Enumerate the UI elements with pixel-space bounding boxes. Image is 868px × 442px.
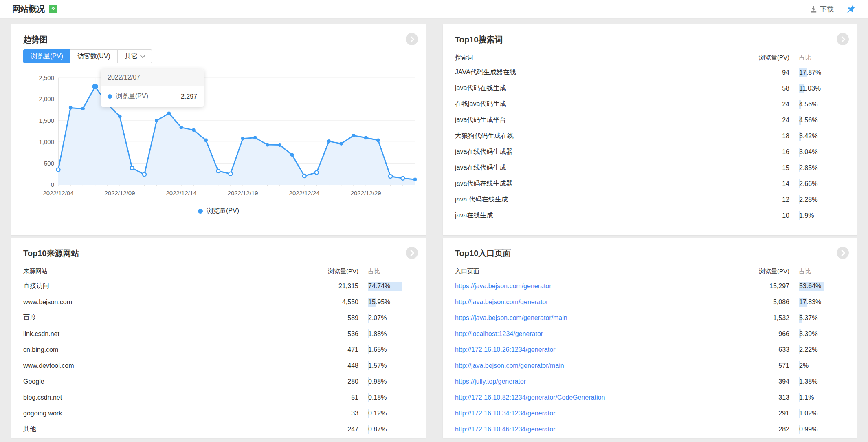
- row-pv: 247: [297, 426, 358, 433]
- data-point[interactable]: [143, 172, 146, 176]
- row-pct: 1.65%: [368, 345, 414, 355]
- col-name-header: 搜索词: [455, 54, 728, 62]
- entry-link[interactable]: https://java.bejson.com/generator/main: [455, 314, 728, 322]
- data-point[interactable]: [204, 139, 208, 142]
- entry-link[interactable]: http://java.bejson.com/generator/main: [455, 362, 728, 369]
- row-name: 在线java代码生成: [455, 100, 728, 108]
- download-button[interactable]: 下载: [810, 4, 834, 14]
- data-point[interactable]: [327, 139, 331, 143]
- col-pct-header: 占比: [799, 267, 845, 275]
- data-point[interactable]: [253, 136, 257, 139]
- data-point[interactable]: [389, 175, 392, 178]
- data-point[interactable]: [229, 172, 232, 176]
- entry-link[interactable]: http://172.16.10.26:1234/generator: [455, 346, 728, 354]
- trend-chart-svg[interactable]: 05001,0001,5002,0002,5002022/12/042022/1…: [19, 73, 422, 199]
- trend-more-button[interactable]: [406, 33, 418, 45]
- data-point[interactable]: [278, 143, 281, 147]
- row-name: java在线代码生成器: [455, 148, 728, 156]
- data-point[interactable]: [167, 112, 171, 115]
- trend-tab-other[interactable]: 其它: [117, 49, 152, 63]
- row-name: 其他: [23, 425, 297, 433]
- entry-link[interactable]: http://localhost:1234/generator: [455, 330, 728, 338]
- data-point[interactable]: [303, 174, 306, 178]
- data-point[interactable]: [155, 119, 158, 122]
- pct-text: 0.12%: [368, 410, 387, 417]
- table-header: 搜索词浏览量(PV)占比: [455, 51, 845, 64]
- data-point[interactable]: [69, 106, 73, 110]
- row-pct: 17.83%: [799, 297, 845, 307]
- data-point[interactable]: [241, 137, 245, 140]
- trend-tab-uv[interactable]: 访客数(UV): [70, 49, 118, 63]
- table-row: blog.csdn.net510.18%: [23, 389, 414, 405]
- entry-link[interactable]: https://java.bejson.com/generator: [455, 283, 728, 290]
- chart-legend[interactable]: 浏览量(PV): [11, 207, 426, 215]
- entry-more-button[interactable]: [837, 247, 849, 259]
- data-point[interactable]: [118, 115, 122, 118]
- data-point[interactable]: [266, 143, 269, 147]
- data-point[interactable]: [364, 136, 368, 139]
- entry-link[interactable]: http://172.16.10.46:1234/generator: [455, 426, 728, 433]
- data-point[interactable]: [92, 84, 98, 89]
- tooltip-value: 2,297: [181, 93, 197, 100]
- row-pv: 51: [297, 394, 358, 401]
- table-row: java在线生成101.9%: [455, 208, 845, 223]
- row-pv: 21,315: [297, 283, 358, 290]
- pct-text: 53.64%: [799, 283, 821, 290]
- data-point[interactable]: [376, 139, 380, 142]
- row-name: 直接访问: [23, 282, 297, 290]
- row-name: www.devtool.com: [23, 362, 297, 369]
- table-row: http://localhost:1234/generator9663.39%: [455, 326, 845, 342]
- pct-text: 2.28%: [799, 196, 817, 203]
- row-name: gogoing.work: [23, 410, 297, 417]
- source-more-button[interactable]: [406, 247, 418, 259]
- data-point[interactable]: [216, 169, 220, 173]
- row-pv: 448: [297, 362, 358, 369]
- pct-text: 1.38%: [799, 378, 817, 385]
- data-point[interactable]: [352, 134, 355, 137]
- help-icon[interactable]: ?: [49, 5, 57, 13]
- row-pct: 4.56%: [799, 99, 845, 109]
- row-name: java代码在线生成器: [455, 179, 728, 188]
- row-pv: 33: [297, 410, 358, 417]
- pct-text: 3.42%: [799, 133, 817, 139]
- data-point[interactable]: [81, 107, 85, 110]
- chevron-down-icon: [140, 53, 145, 58]
- table-row: 大狼狗代码生成在线183.42%: [455, 128, 845, 144]
- row-pv: 394: [728, 378, 789, 385]
- data-point[interactable]: [57, 168, 60, 172]
- trend-tab-pv[interactable]: 浏览量(PV): [23, 49, 70, 63]
- table-row: http://java.bejson.com/generator/main571…: [455, 358, 845, 373]
- data-point[interactable]: [339, 142, 343, 146]
- data-point[interactable]: [192, 128, 196, 132]
- data-point[interactable]: [315, 171, 319, 175]
- x-axis-label: 2022/12/29: [351, 190, 381, 197]
- entry-link[interactable]: http://java.bejson.com/generator: [455, 298, 728, 306]
- row-pct: 1.88%: [368, 329, 414, 339]
- y-axis-label: 2,500: [39, 74, 54, 81]
- entry-link[interactable]: https://jully.top/generator: [455, 378, 728, 385]
- data-point[interactable]: [413, 178, 417, 181]
- chart-tooltip: 2022/12/07 浏览量(PV) 2,297: [101, 69, 204, 107]
- table-header: 来源网站浏览量(PV)占比: [23, 264, 414, 278]
- data-point[interactable]: [130, 166, 134, 170]
- tooltip-series-label: 浏览量(PV): [116, 92, 148, 101]
- pin-icon[interactable]: [846, 4, 856, 14]
- trend-panel-title: 趋势图: [23, 34, 48, 45]
- pct-text: 4.56%: [799, 101, 817, 108]
- chevron-right-icon: [839, 250, 846, 256]
- pct-text: 1.02%: [799, 410, 817, 417]
- top-bar: 网站概况 ? 下载: [0, 0, 868, 19]
- y-axis-label: 1,500: [39, 117, 54, 124]
- entry-link[interactable]: http://172.16.10.34:1234/generator: [455, 410, 728, 417]
- pct-text: 4.56%: [799, 117, 817, 124]
- data-point[interactable]: [290, 153, 294, 157]
- row-pct: 5.37%: [799, 313, 845, 323]
- trend-panel: 趋势图 浏览量(PV)访客数(UV)其它 05001,0001,5002,000…: [11, 24, 426, 235]
- data-point[interactable]: [401, 177, 404, 180]
- pct-text: 1.57%: [368, 362, 387, 369]
- entry-link[interactable]: http://172.16.10.82:1234/generator/CodeG…: [455, 394, 728, 401]
- y-axis-label: 1,000: [39, 138, 54, 145]
- search-more-button[interactable]: [837, 33, 849, 45]
- data-point[interactable]: [180, 126, 183, 129]
- col-pv-header: 浏览量(PV): [728, 54, 789, 62]
